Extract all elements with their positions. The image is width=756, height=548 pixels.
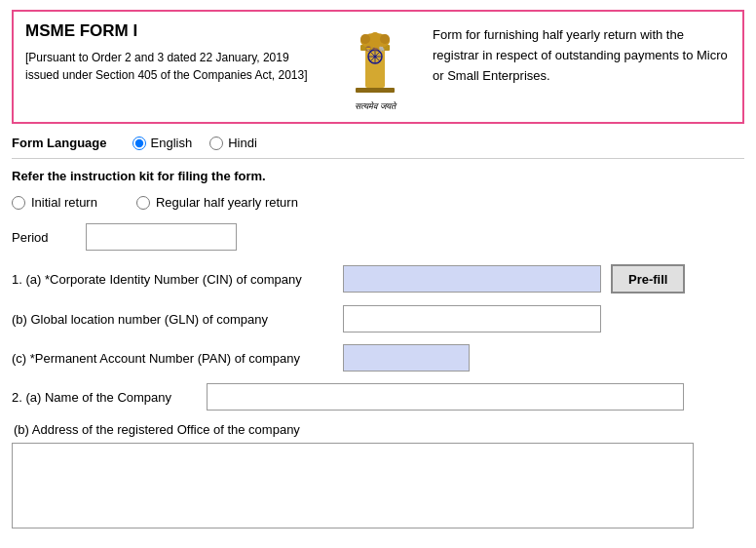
gln-input[interactable] (343, 305, 601, 333)
header-box: MSME FORM I [Pursuant to Order 2 and 3 d… (12, 10, 744, 124)
address-textarea[interactable] (12, 443, 694, 528)
initial-return-radio[interactable] (12, 196, 25, 210)
hindi-radio-option[interactable]: Hindi (209, 136, 257, 150)
svg-point-5 (370, 32, 380, 42)
emblem-icon: 🦁 🐂 🐘 (341, 21, 409, 99)
svg-point-6 (380, 34, 390, 44)
company-name-label: 2. (a) Name of the Company (12, 390, 207, 405)
svg-rect-0 (356, 88, 395, 93)
header-description: Form for furnishing half yearly return w… (433, 21, 731, 86)
cin-row: 1. (a) *Corporate Identity Number (CIN) … (12, 264, 744, 294)
pan-input[interactable] (343, 344, 470, 372)
cin-label: 1. (a) *Corporate Identity Number (CIN) … (12, 272, 343, 287)
emblem-text: सत्यमेव जयते (355, 101, 396, 112)
company-name-input[interactable] (207, 383, 684, 411)
initial-return-label: Initial return (31, 195, 97, 210)
form-area: Form Language English Hindi Refer the in… (0, 132, 756, 538)
period-row: Period (12, 223, 744, 251)
svg-point-4 (360, 34, 370, 44)
gln-row: (b) Global location number (GLN) of comp… (12, 305, 744, 333)
form-subtitle: [Pursuant to Order 2 and 3 dated 22 Janu… (25, 49, 318, 84)
form-language-label: Form Language (12, 136, 107, 150)
english-radio[interactable] (132, 137, 146, 150)
pan-label: (c) *Permanent Account Number (PAN) of c… (12, 351, 343, 366)
period-label: Period (12, 230, 70, 245)
header-left: MSME FORM I [Pursuant to Order 2 and 3 d… (25, 21, 318, 84)
pan-row: (c) *Permanent Account Number (PAN) of c… (12, 344, 744, 372)
gln-label: (b) Global location number (GLN) of comp… (12, 312, 343, 327)
prefill-button[interactable]: Pre-fill (611, 264, 685, 294)
form-language-row: Form Language English Hindi (12, 136, 744, 159)
company-name-row: 2. (a) Name of the Company (12, 383, 744, 411)
emblem: 🦁 🐂 🐘 सत्यमेव जयते (341, 21, 409, 112)
form-title: MSME FORM I (25, 21, 318, 41)
instruction-text: Refer the instruction kit for filing the… (12, 169, 744, 183)
svg-text:🦁 🐂 🐘: 🦁 🐂 🐘 (365, 46, 387, 53)
cin-input[interactable] (343, 265, 601, 293)
address-section: (b) Address of the registered Office of … (12, 422, 744, 528)
regular-return-radio[interactable] (136, 196, 150, 210)
english-label: English (151, 136, 193, 150)
address-label: (b) Address of the registered Office of … (14, 422, 744, 437)
english-radio-option[interactable]: English (132, 136, 193, 150)
hindi-radio[interactable] (209, 137, 223, 150)
period-input[interactable] (86, 223, 237, 251)
regular-return-label: Regular half yearly return (156, 195, 298, 210)
regular-return-option[interactable]: Regular half yearly return (136, 195, 298, 210)
return-type-row: Initial return Regular half yearly retur… (12, 195, 744, 210)
hindi-label: Hindi (228, 136, 257, 150)
initial-return-option[interactable]: Initial return (12, 195, 97, 210)
